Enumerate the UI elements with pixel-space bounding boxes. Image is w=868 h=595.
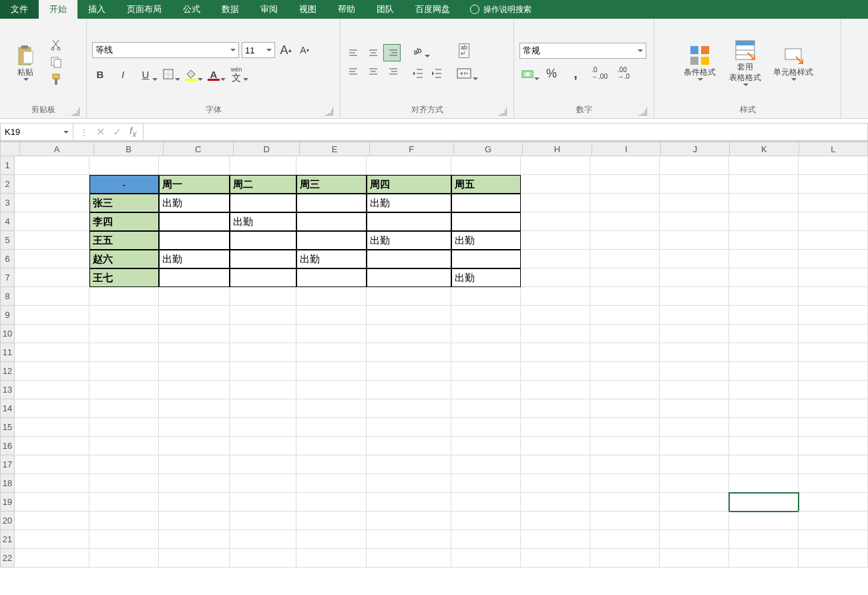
dots-icon[interactable]: ⋮	[80, 128, 88, 137]
align-bottom-right[interactable]	[383, 63, 401, 80]
cell-G4[interactable]	[451, 212, 521, 231]
cell-L5[interactable]	[799, 231, 868, 250]
cell-C10[interactable]	[159, 325, 230, 343]
dialog-launcher-icon[interactable]	[639, 108, 647, 116]
cell-K8[interactable]	[729, 287, 799, 306]
cell-H11[interactable]	[521, 343, 590, 362]
cell-D19[interactable]	[230, 493, 296, 512]
cell-E3[interactable]	[296, 194, 367, 212]
row-header-13[interactable]: 13	[0, 381, 15, 399]
cell-J19[interactable]	[660, 493, 729, 512]
cell-B19[interactable]	[89, 493, 159, 512]
cell-E17[interactable]	[296, 455, 367, 474]
cell-G21[interactable]	[451, 530, 521, 549]
cell-C15[interactable]	[159, 418, 230, 437]
phonetic-button[interactable]: wén文	[228, 66, 244, 82]
cell-E13[interactable]	[296, 381, 367, 399]
cell-A10[interactable]	[15, 325, 89, 343]
cell-B20[interactable]	[89, 512, 159, 530]
row-header-4[interactable]: 4	[0, 212, 15, 231]
cell-I21[interactable]	[590, 530, 660, 549]
cell-C8[interactable]	[159, 287, 230, 306]
cell-E12[interactable]	[296, 362, 367, 381]
cell-L4[interactable]	[799, 212, 868, 231]
cell-C16[interactable]	[159, 437, 230, 455]
cell-H1[interactable]	[521, 156, 590, 175]
cell-F1[interactable]	[367, 156, 451, 175]
cell-J21[interactable]	[660, 530, 729, 549]
cell-C17[interactable]	[159, 455, 230, 474]
cell-I9[interactable]	[590, 306, 660, 325]
font-color-button[interactable]: A	[206, 66, 222, 82]
cell-C20[interactable]	[159, 512, 230, 530]
cell-C4[interactable]	[159, 212, 230, 231]
column-header-K[interactable]: K	[730, 142, 799, 156]
cell-C6[interactable]: 出勤	[159, 250, 230, 268]
cell-E15[interactable]	[296, 418, 367, 437]
tab-baidu[interactable]: 百度网盘	[405, 0, 461, 19]
cell-D8[interactable]	[230, 287, 296, 306]
cell-D7[interactable]	[230, 268, 296, 287]
cell-G12[interactable]	[451, 362, 521, 381]
column-header-D[interactable]: D	[234, 142, 300, 156]
tab-page-layout[interactable]: 页面布局	[116, 0, 172, 19]
format-painter-icon[interactable]	[49, 73, 63, 86]
cell-G17[interactable]	[451, 455, 521, 474]
cell-G15[interactable]	[451, 418, 521, 437]
bold-button[interactable]: B	[92, 66, 108, 82]
cell-K4[interactable]	[729, 212, 799, 231]
cell-F20[interactable]	[367, 512, 451, 530]
cell-D20[interactable]	[230, 512, 296, 530]
cell-L20[interactable]	[799, 512, 868, 530]
cell-A7[interactable]	[15, 268, 89, 287]
cell-L8[interactable]	[799, 287, 868, 306]
cell-J2[interactable]	[660, 175, 729, 194]
cancel-icon[interactable]: ✕	[96, 126, 105, 138]
cell-J9[interactable]	[660, 306, 729, 325]
cell-L21[interactable]	[799, 530, 868, 549]
cell-H3[interactable]	[521, 194, 590, 212]
cell-D16[interactable]	[230, 437, 296, 455]
border-button[interactable]	[160, 66, 176, 82]
column-header-J[interactable]: J	[661, 142, 730, 156]
tab-view[interactable]: 视图	[288, 0, 327, 19]
cell-D18[interactable]	[230, 474, 296, 493]
cell-F3[interactable]: 出勤	[367, 194, 451, 212]
conditional-format-button[interactable]: 条件格式	[680, 42, 720, 82]
cell-K10[interactable]	[729, 325, 799, 343]
confirm-icon[interactable]: ✓	[113, 126, 122, 138]
cell-H9[interactable]	[521, 306, 590, 325]
cell-J20[interactable]	[660, 512, 729, 530]
cell-I20[interactable]	[590, 512, 660, 530]
cell-A4[interactable]	[15, 212, 89, 231]
cut-icon[interactable]	[49, 38, 63, 51]
cell-E1[interactable]	[296, 156, 367, 175]
wrap-text-button[interactable]: ab↵	[454, 43, 474, 59]
cell-G9[interactable]	[451, 306, 521, 325]
cell-J18[interactable]	[660, 474, 729, 493]
cell-F16[interactable]	[367, 437, 451, 455]
cell-A1[interactable]	[15, 156, 89, 175]
dialog-launcher-icon[interactable]	[325, 108, 333, 116]
column-header-F[interactable]: F	[370, 142, 454, 156]
cell-A12[interactable]	[15, 362, 89, 381]
row-header-20[interactable]: 20	[0, 512, 15, 530]
cell-C13[interactable]	[159, 381, 230, 399]
tab-team[interactable]: 团队	[366, 0, 405, 19]
cell-F4[interactable]	[367, 212, 451, 231]
align-top-center[interactable]	[365, 44, 382, 61]
cell-I10[interactable]	[590, 325, 660, 343]
row-header-21[interactable]: 21	[0, 530, 15, 549]
cell-G18[interactable]	[451, 474, 521, 493]
cell-G19[interactable]	[451, 493, 521, 512]
cell-D15[interactable]	[230, 418, 296, 437]
cell-J11[interactable]	[660, 343, 729, 362]
cell-I3[interactable]	[590, 194, 660, 212]
dialog-launcher-icon[interactable]	[499, 108, 507, 116]
cell-I19[interactable]	[590, 493, 660, 512]
cell-A14[interactable]	[15, 399, 89, 418]
comma-button[interactable]: ,	[568, 65, 584, 81]
cell-B14[interactable]	[89, 399, 159, 418]
cell-E14[interactable]	[296, 399, 367, 418]
name-box[interactable]: K19	[0, 123, 73, 141]
